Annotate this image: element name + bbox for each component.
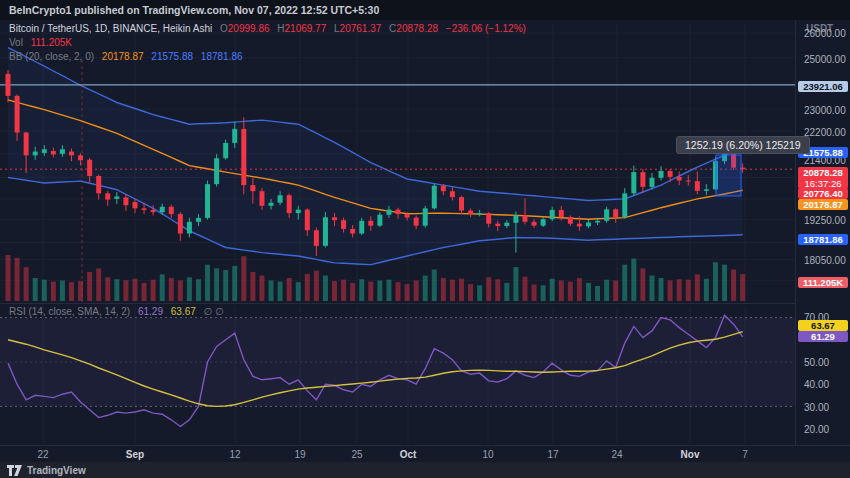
bb-label[interactable]: BB (20, close, 2, 0): [9, 51, 94, 62]
volume-bar: [296, 282, 301, 301]
candle-body: [187, 222, 192, 234]
volume-bar: [631, 259, 636, 301]
axis-tick-label: 20.00: [804, 424, 829, 435]
volume-bar: [160, 274, 165, 301]
candle-body: [377, 215, 382, 226]
volume-bar: [60, 280, 65, 301]
axis-price-badge: 23921.06: [798, 81, 848, 92]
candle-body: [522, 215, 527, 221]
candle-body: [477, 213, 482, 214]
volume-bar: [577, 278, 582, 301]
candle-body: [659, 171, 664, 178]
publisher-banner-text: BeInCrypto1 published on TradingView.com…: [9, 4, 379, 16]
axis-tick-label: 40.00: [804, 379, 829, 390]
candle-body: [468, 211, 473, 215]
candle-body: [205, 184, 210, 218]
candle-body: [559, 210, 564, 217]
volume-bar: [132, 279, 137, 301]
volume-bar: [604, 280, 609, 301]
volume-bar: [459, 279, 464, 301]
symbol-legend-row: Bitcoin / TetherUS, 1D, BINANCE, Heikin …: [9, 22, 526, 36]
volume-bar: [78, 281, 83, 301]
volume-bar: [468, 284, 473, 301]
rsi-label[interactable]: RSI (14, close, SMA, 14, 2): [9, 306, 130, 317]
candle-body: [541, 219, 546, 225]
candle-body: [269, 203, 274, 206]
candle-body: [604, 209, 609, 221]
candle-body: [386, 210, 391, 215]
time-axis-label: 10: [482, 449, 493, 460]
volume-bar: [423, 276, 428, 301]
volume-bar: [350, 283, 355, 301]
volume-bar: [513, 267, 518, 301]
high-value: 21069.77: [285, 23, 327, 34]
open-label: O: [220, 23, 228, 34]
candle-body: [142, 208, 147, 210]
volume-bar: [541, 285, 546, 301]
rsi-sma-value: 63.67: [171, 306, 196, 317]
volume-bar: [6, 255, 11, 301]
volume-bar: [51, 282, 56, 301]
candle-body: [622, 193, 627, 217]
volume-bar: [241, 256, 246, 301]
volume-bar: [232, 266, 237, 301]
volume-bar: [396, 282, 401, 301]
volume-value: 111.205K: [31, 37, 72, 48]
chart-canvas[interactable]: [0, 0, 850, 478]
volume-bar: [559, 280, 564, 301]
candle-body: [151, 210, 156, 212]
axis-tick-label: 30.00: [804, 402, 829, 413]
tradingview-logo-icon[interactable]: [7, 465, 22, 476]
rsi-pane-legend: RSI (14, close, SMA, 14, 2) 61.29 63.67 …: [9, 305, 224, 319]
volume-bar: [323, 276, 328, 301]
time-axis-label: 24: [611, 449, 622, 460]
volume-bar: [677, 279, 682, 301]
candle-body: [577, 224, 582, 227]
bb-legend-row: BB (20, close, 2, 0) 20178.87 21575.88 1…: [9, 50, 526, 64]
candle-body: [495, 224, 500, 226]
candle-body: [60, 149, 65, 154]
tradingview-chart-window: BeInCrypto1 published on TradingView.com…: [0, 0, 850, 478]
symbol-title[interactable]: Bitcoin / TetherUS, 1D, BINANCE, Heikin …: [9, 23, 212, 34]
volume-bar: [441, 278, 446, 301]
axis-price-badge: 20878.2816:37:26: [798, 167, 848, 189]
footer-brand[interactable]: TradingView: [27, 465, 86, 476]
candle-body: [15, 96, 20, 133]
candle-body: [332, 217, 337, 220]
candle-body: [69, 152, 74, 156]
volume-bar: [622, 265, 627, 301]
candle-body: [677, 177, 682, 181]
candle-body: [668, 171, 673, 177]
volume-bar: [24, 267, 29, 301]
candle-body: [24, 133, 29, 156]
volume-bar: [105, 277, 110, 301]
candle-body: [396, 210, 401, 214]
volume-bar: [114, 279, 119, 301]
volume-bar: [223, 270, 228, 301]
time-axis-label: Sep: [126, 449, 144, 460]
volume-bar: [187, 277, 192, 301]
candle-body: [214, 158, 219, 184]
bb-lower-value: 18781.86: [201, 51, 243, 62]
candle-body: [613, 209, 618, 217]
candle-body: [631, 172, 636, 193]
rsi-value: 61.29: [138, 306, 163, 317]
axis-price-badge: 63.67: [798, 320, 848, 331]
volume-bar: [568, 282, 573, 301]
candle-body: [78, 155, 83, 160]
candle-body: [123, 197, 128, 205]
volume-bar: [386, 280, 391, 301]
high-label: H: [277, 23, 284, 34]
candle-body: [595, 221, 600, 223]
candle-body: [568, 217, 573, 224]
volume-bar: [287, 278, 292, 301]
volume-legend-row: Vol 111.205K: [9, 36, 526, 50]
measure-tooltip-text: 1252.19 (6.20%) 125219: [685, 139, 801, 151]
price-axis[interactable]: USDT 26000.0025000.0023000.0022200.00214…: [795, 20, 850, 462]
candle-body: [450, 191, 455, 197]
candle-body: [704, 189, 709, 191]
volume-bar: [613, 280, 618, 301]
footer-bar: TradingView: [0, 462, 850, 478]
time-axis[interactable]: 22Sep121925Oct101724Nov7: [0, 445, 850, 463]
volume-bar: [314, 271, 319, 301]
